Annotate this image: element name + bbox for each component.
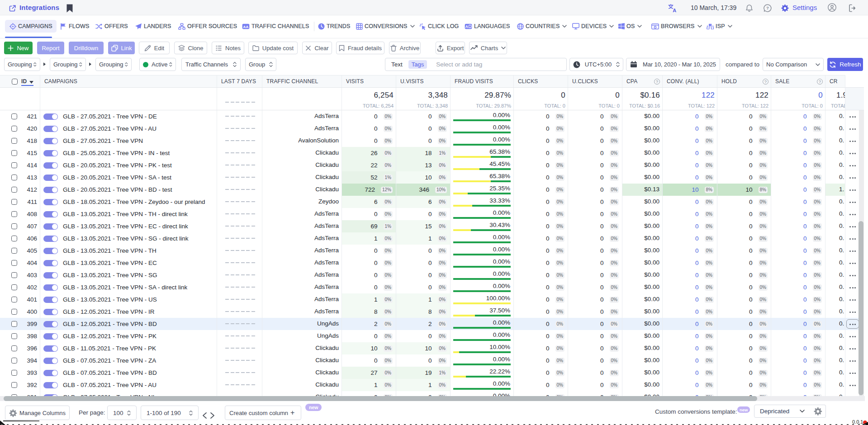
svg-text:A: A	[673, 7, 676, 12]
svg-text:AA: AA	[243, 24, 249, 28]
svg-text:A: A	[465, 24, 468, 28]
svg-text:?: ?	[766, 5, 769, 10]
